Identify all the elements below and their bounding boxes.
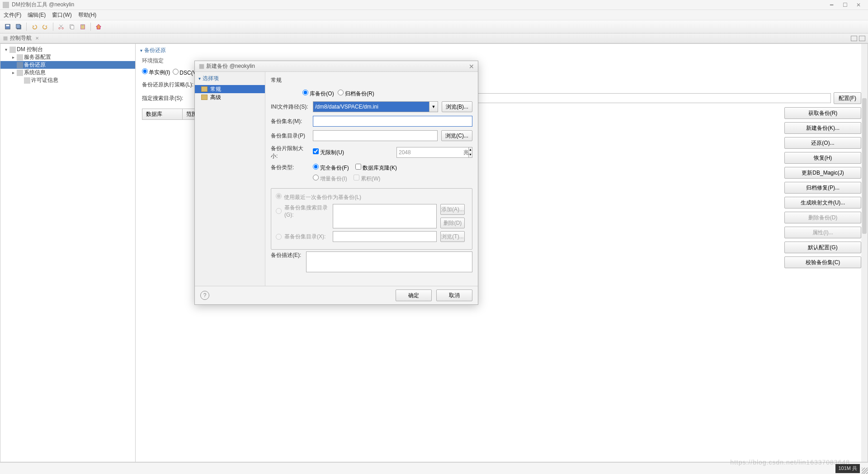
- dialog-left-header[interactable]: ▾选择项: [195, 72, 265, 85]
- config-button[interactable]: 配置(F): [834, 92, 861, 104]
- memory-indicator[interactable]: 101M 共: [835, 464, 860, 473]
- resize-grip[interactable]: [862, 468, 868, 474]
- view-tab-close-icon[interactable]: ✕: [35, 36, 39, 41]
- cut-icon[interactable]: [56, 22, 66, 32]
- help-icon[interactable]: ?: [200, 291, 209, 300]
- cancel-button[interactable]: 取消: [436, 289, 472, 301]
- menu-file[interactable]: 文件(F): [4, 11, 21, 19]
- console-icon: [9, 47, 16, 53]
- paste-icon[interactable]: [78, 22, 88, 32]
- dialog-right-panel: 常规 库备份(O) 归档备份(R) INI文件路径(S): ▼ 浏览(B)...…: [265, 72, 478, 286]
- browse-ini-button[interactable]: 浏览(B)...: [442, 101, 472, 112]
- sysinfo-icon: [17, 70, 23, 76]
- app-icon: [3, 2, 9, 8]
- window-minimize-button[interactable]: ━: [825, 0, 838, 9]
- view-tab-label: 控制导航: [10, 34, 32, 42]
- right-button-column: 获取备份(R) 新建备份(K)... 还原(O)... 恢复(H) 更新DB_M…: [784, 107, 861, 268]
- folder-icon: [201, 86, 208, 92]
- default-config-button[interactable]: 默认配置(G): [784, 242, 861, 253]
- tree-item-backup-restore[interactable]: 备份还原: [0, 61, 135, 69]
- undo-icon[interactable]: [29, 22, 39, 32]
- dialog-titlebar[interactable]: 新建备份 @neokylin ✕: [195, 61, 478, 72]
- radio-arch-backup[interactable]: 归档备份(R): [338, 90, 374, 98]
- new-backup-button[interactable]: 新建备份(K)...: [784, 122, 861, 134]
- unlimited-checkbox[interactable]: 无限制(U): [313, 148, 344, 156]
- backup-icon: [17, 62, 23, 68]
- view-tab-nav[interactable]: 控制导航 ✕: [3, 34, 39, 42]
- delete-backup-button: 删除备份(D): [784, 212, 861, 223]
- backup-set-name-input[interactable]: [313, 116, 472, 127]
- search-dir-label: 指定搜索目录(S):: [142, 95, 196, 102]
- base-dir-input: [333, 231, 437, 242]
- content-scrollbar[interactable]: [861, 44, 868, 462]
- left-item-advanced[interactable]: 高级: [195, 93, 265, 101]
- dialog-footer: ? 确定 取消: [195, 286, 478, 304]
- ini-path-label: INI文件路径(S):: [271, 103, 309, 111]
- window-maximize-button[interactable]: ☐: [838, 0, 852, 9]
- dialog-title: 新建备份 @neokylin: [206, 62, 255, 70]
- check-db-clone[interactable]: 数据库克隆(K): [355, 164, 397, 172]
- section-header[interactable]: ▾备份还原: [136, 44, 868, 56]
- menu-help[interactable]: 帮助(H): [78, 11, 97, 19]
- view-minimize-button[interactable]: [851, 36, 857, 41]
- browse-dir-button[interactable]: 浏览(C)...: [441, 130, 472, 141]
- menu-window[interactable]: 窗口(W): [52, 11, 71, 19]
- recover-button[interactable]: 恢复(H): [784, 152, 861, 164]
- left-item-general[interactable]: 常规: [195, 85, 265, 93]
- properties-button: 属性(I)...: [784, 227, 861, 238]
- nav-tree[interactable]: ▾DM 控制台 ▸服务器配置 备份还原 ▸系统信息 许可证信息: [0, 43, 136, 462]
- restore-button[interactable]: 还原(O)...: [784, 137, 861, 149]
- ini-path-dropdown-button[interactable]: ▼: [429, 101, 438, 112]
- license-icon: [24, 77, 30, 84]
- set-name-label: 备份集名(M):: [271, 118, 309, 125]
- get-backup-button[interactable]: 获取备份(R): [784, 107, 861, 119]
- svg-rect-3: [16, 24, 20, 28]
- window-titlebar: DM控制台工具 @neokylin ━ ☐ ✕: [0, 0, 868, 10]
- redo-icon[interactable]: [40, 22, 50, 32]
- tree-item-system-info[interactable]: ▸系统信息: [0, 69, 135, 76]
- radio-db-backup[interactable]: 库备份(O): [302, 90, 334, 98]
- window-close-button[interactable]: ✕: [852, 0, 865, 9]
- backup-set-dir-input[interactable]: [313, 130, 438, 141]
- slice-label: 备份片限制大小:: [271, 145, 309, 160]
- add-base-dir-button: 添加(A)...: [440, 204, 465, 215]
- base-search-list: [333, 204, 437, 228]
- menubar: 文件(F) 编辑(E) 窗口(W) 帮助(H): [0, 10, 868, 20]
- statusbar: 101M 共: [0, 462, 868, 474]
- svg-rect-11: [199, 64, 204, 69]
- dialog-left-nav: ▾选择项 常规 高级: [195, 72, 265, 286]
- save-icon[interactable]: [3, 22, 13, 32]
- verify-backup-button[interactable]: 校验备份集(C): [784, 256, 861, 268]
- svg-rect-1: [6, 25, 9, 27]
- svg-rect-7: [71, 25, 74, 29]
- th-db[interactable]: 数据库: [142, 109, 183, 120]
- home-icon[interactable]: [94, 22, 104, 32]
- view-maximize-button[interactable]: [859, 36, 865, 41]
- save-all-icon[interactable]: [14, 22, 24, 32]
- radio-incremental-backup[interactable]: 增量备份(I): [313, 175, 347, 183]
- view-tab-strip: 控制导航 ✕: [0, 33, 868, 43]
- dialog-close-button[interactable]: ✕: [469, 63, 474, 70]
- radio-single-instance[interactable]: 单实例(I): [142, 68, 170, 76]
- update-dbmagic-button[interactable]: 更新DB_Magic(J): [784, 167, 861, 179]
- panel-title: 常规: [271, 76, 472, 84]
- tree-item-server-config[interactable]: ▸服务器配置: [0, 53, 135, 61]
- radio-full-backup[interactable]: 完全备份(F): [313, 164, 349, 172]
- tree-item-license[interactable]: 许可证信息: [0, 76, 135, 84]
- ini-path-input[interactable]: [313, 101, 429, 112]
- copy-icon[interactable]: [67, 22, 77, 32]
- ok-button[interactable]: 确定: [396, 289, 432, 301]
- tree-root[interactable]: ▾DM 控制台: [0, 46, 135, 53]
- radio-base-dir: 基备份集目录(X):: [276, 233, 329, 241]
- menu-edit[interactable]: 编辑(E): [28, 11, 46, 19]
- base-backup-fieldset: 使用最近一次备份作为基备份(L) 基备份集搜索目录(G): 添加(A)... 删…: [271, 188, 472, 250]
- radio-base-search-dir: 基备份集搜索目录(G):: [276, 204, 329, 218]
- gen-mapfile-button[interactable]: 生成映射文件(U)...: [784, 197, 861, 209]
- new-backup-dialog: 新建备份 @neokylin ✕ ▾选择项 常规 高级 常规 库备份(O) 归档…: [194, 61, 478, 305]
- slice-size-input[interactable]: [396, 147, 468, 158]
- backup-description-input[interactable]: [306, 251, 472, 272]
- archive-repair-button[interactable]: 归档修复(P)...: [784, 182, 861, 194]
- desc-label: 备份描述(E):: [271, 251, 302, 259]
- svg-point-4: [59, 28, 61, 29]
- svg-rect-9: [82, 24, 84, 26]
